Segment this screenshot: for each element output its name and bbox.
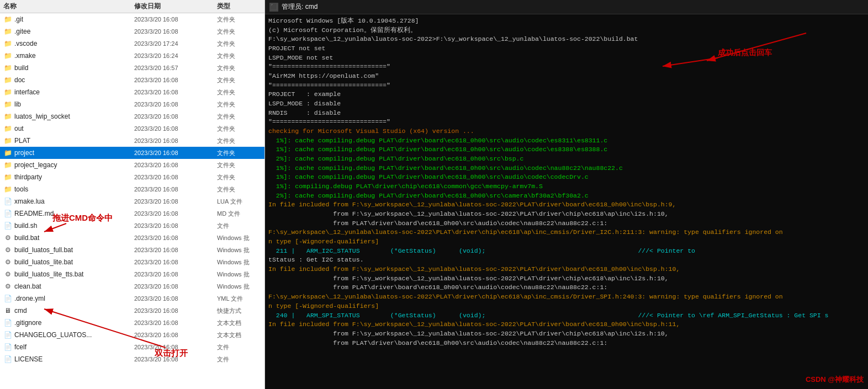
file-row[interactable]: 📄 .gitignore 2023/3/20 16:08 文本文档 [0,317,264,329]
file-name: 📁 .vscode [3,39,134,48]
col-name: 名称 [3,2,134,11]
file-row[interactable]: 📄 xmake.lua 2023/3/20 16:08 LUA 文件 [0,195,264,207]
file-type-icon: 📁 [3,27,12,36]
file-row[interactable]: 📁 .vscode 2023/3/20 17:24 文件夹 [0,38,264,50]
file-name: 📄 .gitignore [3,318,134,327]
terminal-content[interactable]: Microsoft Windows [版本 10.0.19045.2728](c… [265,14,868,389]
file-type-icon: 📄 [3,209,12,218]
file-name: 📁 PLAT [3,136,134,145]
file-name-text: build_luatos_lite_tts.bat [14,270,83,278]
csdn-watermark: CSDN @神耀科技 [806,375,864,385]
file-name-text: LICENSE [14,355,43,363]
file-row[interactable]: 📁 luatos_lwip_socket 2023/3/20 16:08 文件夹 [0,110,264,122]
terminal-line: 240 | ARM_SPI_STATUS (*GetStatus) (void)… [268,311,865,321]
terminal-line: F:\sy_workspace\_12_yunlaba\luatos-soc-2… [268,292,865,302]
file-type: 文件夹 [217,15,261,24]
terminal-line: In file included from F:\sy_workspace\_1… [268,320,865,329]
terminal-line: LSPD_MODE not set [268,54,865,63]
terminal-line: Microsoft Windows [版本 10.0.19045.2728] [268,17,865,26]
file-name-text: build.sh [14,222,37,230]
file-type-icon: 📁 [3,136,12,145]
file-name-text: project_legacy [14,161,57,169]
file-name-text: xmake.lua [14,198,45,205]
file-name-text: project [14,149,34,157]
file-row[interactable]: 📁 build 2023/3/20 16:57 文件夹 [0,62,264,74]
file-row[interactable]: 📄 README.md 2023/3/20 16:08 MD 文件 [0,207,264,220]
file-row[interactable]: 📁 project_legacy 2023/3/20 16:08 文件夹 [0,159,264,171]
terminal-line: RNDIS : disable [268,109,865,118]
file-type: 文件夹 [217,161,261,169]
file-row[interactable]: 📁 out 2023/3/20 16:08 文件夹 [0,122,264,135]
file-row[interactable]: 📄 CHANGELOG_LUATOS... 2023/3/20 16:08 文本… [0,329,264,341]
file-row[interactable]: 📁 lib 2023/3/20 16:08 文件夹 [0,98,264,110]
file-type-icon: 📁 [3,15,12,24]
file-row[interactable]: 📄 .drone.yml 2023/3/20 16:08 YML 文件 [0,292,264,305]
file-row[interactable]: ⚙ build_luatos_lite_tts.bat 2023/3/20 16… [0,268,264,280]
file-type-icon: 📄 [3,355,12,364]
file-type: 文件夹 [217,185,261,194]
file-row[interactable]: 📁 project 2023/3/20 16:08 文件夹 [0,147,264,159]
file-name: 🖥 cmd [3,306,134,315]
file-name: 📁 doc [3,76,134,84]
file-row[interactable]: ⚙ build_luatos_lite.bat 2023/3/20 16:08 … [0,256,264,268]
file-row[interactable]: ⚙ build.bat 2023/3/20 16:08 Windows 批 [0,232,264,244]
file-name-text: fcelf [14,343,27,351]
file-name: 📁 thirdparty [3,173,134,182]
terminal-line: tStatus : Get I2C status. [268,255,865,265]
file-row[interactable]: 📁 .xmake 2023/3/20 16:24 文件夹 [0,50,264,62]
terminal-line: (c) Microsoft Corporation。保留所有权利。 [268,26,865,35]
file-name-text: README.md [14,210,54,217]
file-name: 📄 LICENSE [3,355,134,364]
file-name-text: build_luatos_lite.bat [14,258,73,266]
file-row[interactable]: 🖥 cmd 2023/3/20 16:08 快捷方式 [0,305,264,317]
terminal-line: 1%]: cache compiling.debug PLAT\driver\b… [268,145,865,154]
terminal-line: "AirM2M https://openluat.com" [268,72,865,81]
terminal-line: from PLAT\driver\board\ec618_0h00\src\au… [268,219,865,228]
file-row[interactable]: ⚙ build_luatos_full.bat 2023/3/20 16:08 … [0,244,264,256]
file-name: ⚙ build.bat [3,233,134,242]
file-name-text: .drone.yml [14,295,45,302]
file-type: 文件夹 [217,88,261,97]
file-row[interactable]: 📁 tools 2023/3/20 16:08 文件夹 [0,183,264,195]
terminal-line: "==============================" [268,118,865,127]
file-row[interactable]: 📁 PLAT 2023/3/20 16:08 文件夹 [0,135,264,147]
file-type: Windows 批 [217,234,261,242]
file-type-icon: 📄 [3,221,12,230]
file-row[interactable]: 📁 interface 2023/3/20 16:08 文件夹 [0,86,264,98]
file-type: 文件夹 [217,125,261,133]
file-type-icon: 📁 [3,39,12,48]
file-name: 📁 interface [3,88,134,97]
file-date: 2023/3/20 16:24 [134,52,217,59]
file-name: 📁 out [3,124,134,133]
file-row[interactable]: 📁 .gitee 2023/3/20 16:08 文件夹 [0,25,264,38]
file-name-text: cmd [14,307,27,315]
file-date: 2023/3/20 16:08 [134,307,217,314]
file-type: 文件夹 [217,28,261,36]
file-type: 文本文档 [217,319,261,327]
file-name: 📄 xmake.lua [3,197,134,206]
file-name: 📁 project [3,148,134,157]
file-type-icon: 📁 [3,124,12,133]
file-type: 文件 [217,355,261,364]
file-name-text: build_luatos_full.bat [14,246,73,254]
file-row[interactable]: ⚙ clean.bat 2023/3/20 16:08 Windows 批 [0,280,264,292]
file-type-icon: 📁 [3,88,12,97]
file-date: 2023/3/20 17:24 [134,40,217,47]
terminal-line: 1%]: cache compiling.debug PLAT\driver\b… [268,136,865,146]
file-row[interactable]: 📄 build.sh 2023/3/20 16:08 文件 [0,220,264,232]
file-date: 2023/3/20 16:08 [134,125,217,132]
file-list[interactable]: 📁 .git 2023/3/20 16:08 文件夹 📁 .gitee 2023… [0,13,264,389]
file-row[interactable]: 📁 thirdparty 2023/3/20 16:08 文件夹 [0,171,264,183]
file-row[interactable]: 📁 doc 2023/3/20 16:08 文件夹 [0,74,264,86]
file-type-icon: 📄 [3,318,12,327]
file-type-icon: 📄 [3,294,12,303]
file-type: 文件 [217,343,261,351]
terminal-line: 1%]: compiling.debug PLAT\driver\chip\ec… [268,182,865,191]
file-row[interactable]: 📁 .git 2023/3/20 16:08 文件夹 [0,13,264,25]
file-type-icon: 📁 [3,63,12,72]
file-type-icon: ⚙ [3,258,12,267]
file-type: 文件 [217,222,261,230]
file-row[interactable]: 📄 fcelf 2023/3/20 16:08 文件 [0,341,264,353]
file-row[interactable]: 📄 LICENSE 2023/3/20 16:08 文件 [0,353,264,365]
file-name: 📄 build.sh [3,221,134,230]
